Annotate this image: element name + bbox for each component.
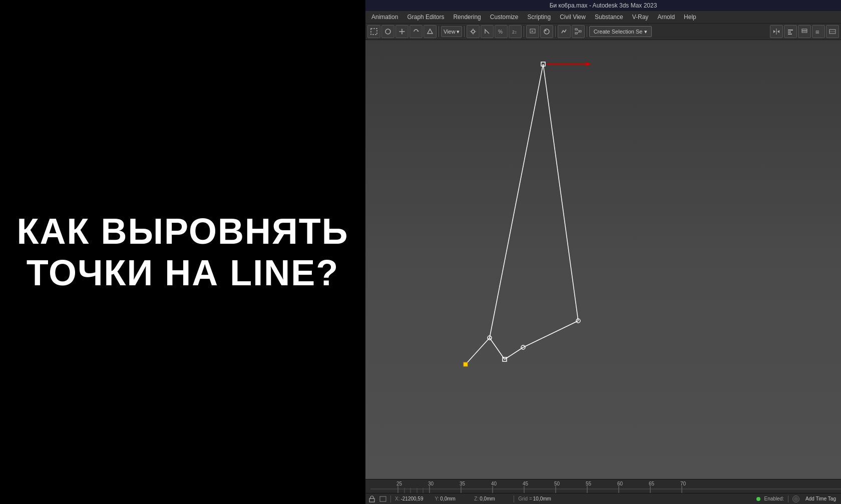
scale-btn[interactable]: [424, 25, 437, 38]
x-coord: X: -21200,59: [395, 496, 431, 501]
svg-marker-25: [773, 30, 775, 33]
status-sep1: [390, 495, 391, 502]
status-bar: X: -21200,59 Y: 0,0mm Z: 0,0mm Grid = 10…: [365, 493, 841, 504]
extra-btn2[interactable]: [826, 25, 839, 38]
svg-point-1: [385, 29, 390, 34]
menu-scripting[interactable]: Scripting: [523, 13, 555, 22]
svg-text:2↕: 2↕: [512, 30, 517, 35]
sep2: [464, 26, 465, 37]
svg-point-17: [544, 29, 549, 34]
cursor-indicator: [516, 365, 522, 371]
graph-editor-btn[interactable]: [558, 25, 571, 38]
view-dropdown[interactable]: View ▾: [441, 26, 462, 37]
svg-text:60: 60: [617, 481, 623, 486]
svg-text:25: 25: [396, 481, 402, 486]
svg-rect-19: [575, 29, 577, 30]
select-region-btn[interactable]: [381, 25, 394, 38]
layer-btn[interactable]: [798, 25, 811, 38]
line-drawing: [365, 40, 841, 479]
svg-marker-6: [417, 31, 419, 32]
svg-line-38: [490, 338, 505, 359]
svg-marker-26: [777, 30, 779, 33]
right-panel: Би ко6ра.max - Autodesk 3ds Max 2023 Ani…: [365, 0, 841, 504]
align-btn[interactable]: [784, 25, 797, 38]
schematic-view-btn[interactable]: [572, 25, 585, 38]
svg-text:%: %: [498, 29, 503, 35]
svg-rect-44: [464, 362, 468, 366]
svg-text:⊞: ⊞: [815, 30, 819, 35]
render-btn[interactable]: [526, 25, 539, 38]
svg-rect-74: [369, 498, 374, 502]
menu-arnold[interactable]: Arnold: [653, 13, 679, 22]
svg-line-36: [543, 64, 578, 321]
svg-text:50: 50: [554, 481, 560, 486]
lock-icon: [368, 495, 375, 502]
svg-rect-20: [579, 31, 581, 32]
status-sep3: [788, 495, 788, 502]
sep3: [524, 26, 524, 37]
timeline[interactable]: 25 30 35 40 45 50 55 60 65 70: [365, 479, 841, 493]
svg-marker-16: [532, 31, 534, 32]
angle-snap-btn[interactable]: [481, 25, 494, 38]
svg-rect-0: [371, 29, 377, 35]
viewport[interactable]: [365, 40, 841, 479]
extra-btn1[interactable]: ⊞: [812, 25, 825, 38]
record-btn[interactable]: [792, 495, 799, 502]
menu-vray[interactable]: V-Ray: [628, 13, 653, 22]
svg-marker-7: [428, 29, 433, 34]
svg-point-18: [545, 30, 546, 32]
svg-rect-28: [788, 32, 791, 33]
material-editor-btn[interactable]: [540, 25, 553, 38]
title-text: Би ко6ра.max - Autodesk 3ds Max 2023: [550, 2, 657, 9]
svg-point-8: [472, 30, 475, 33]
mirror-btn[interactable]: [770, 25, 783, 38]
enabled-label: Enabled:: [764, 496, 784, 501]
move-btn[interactable]: [395, 25, 408, 38]
z-coord: Z: 0,0mm: [474, 496, 510, 501]
svg-marker-42: [586, 62, 592, 66]
svg-rect-27: [788, 30, 793, 31]
svg-rect-31: [802, 31, 807, 33]
menu-civil-view[interactable]: Civil View: [556, 13, 590, 22]
left-panel: КАК ВЫРОВНЯТЬ ТОЧКИ НА LINE?: [0, 0, 365, 504]
svg-rect-21: [575, 33, 577, 34]
status-sep2: [514, 495, 514, 502]
svg-text:40: 40: [491, 481, 497, 486]
menu-animation[interactable]: Animation: [367, 13, 402, 22]
svg-rect-29: [788, 34, 792, 35]
svg-line-37: [466, 338, 490, 364]
svg-line-39: [505, 347, 523, 359]
svg-rect-30: [802, 29, 807, 31]
sep5: [587, 26, 587, 37]
grid-size: Grid = 10,0mm: [518, 496, 563, 501]
menu-help[interactable]: Help: [680, 13, 700, 22]
menu-customize[interactable]: Customize: [486, 13, 523, 22]
menu-bar: Animation Graph Editors Rendering Custom…: [365, 11, 841, 23]
svg-text:35: 35: [460, 481, 466, 486]
percent-snap-btn[interactable]: %: [495, 25, 508, 38]
menu-rendering[interactable]: Rendering: [449, 13, 485, 22]
toolbar: View ▾ % 2↕: [365, 23, 841, 40]
sep4: [555, 26, 556, 37]
snap-btn[interactable]: [467, 25, 480, 38]
svg-text:65: 65: [649, 481, 655, 486]
sep1: [439, 26, 439, 37]
svg-text:45: 45: [523, 481, 529, 486]
svg-line-40: [523, 321, 578, 347]
menu-graph-editors[interactable]: Graph Editors: [403, 13, 448, 22]
add-time-tag-btn[interactable]: Add Time Tag: [803, 495, 838, 502]
svg-line-35: [490, 64, 543, 338]
rotate-btn[interactable]: [409, 25, 423, 38]
menu-substance[interactable]: Substance: [591, 13, 627, 22]
svg-text:30: 30: [428, 481, 434, 486]
timeline-svg: 25 30 35 40 45 50 55 60 65 70: [370, 479, 841, 493]
main-title: КАК ВЫРОВНЯТЬ ТОЧКИ НА LINE?: [17, 211, 349, 294]
svg-text:55: 55: [586, 481, 592, 486]
create-selection-btn[interactable]: Create Selection Se ▾: [589, 26, 652, 37]
spinner-snap-btn[interactable]: 2↕: [509, 25, 522, 38]
title-bar: Би ко6ра.max - Autodesk 3ds Max 2023: [365, 0, 841, 11]
enabled-indicator: [756, 497, 760, 501]
svg-text:70: 70: [680, 481, 686, 486]
select-btn[interactable]: [367, 25, 380, 38]
svg-line-22: [577, 30, 579, 32]
